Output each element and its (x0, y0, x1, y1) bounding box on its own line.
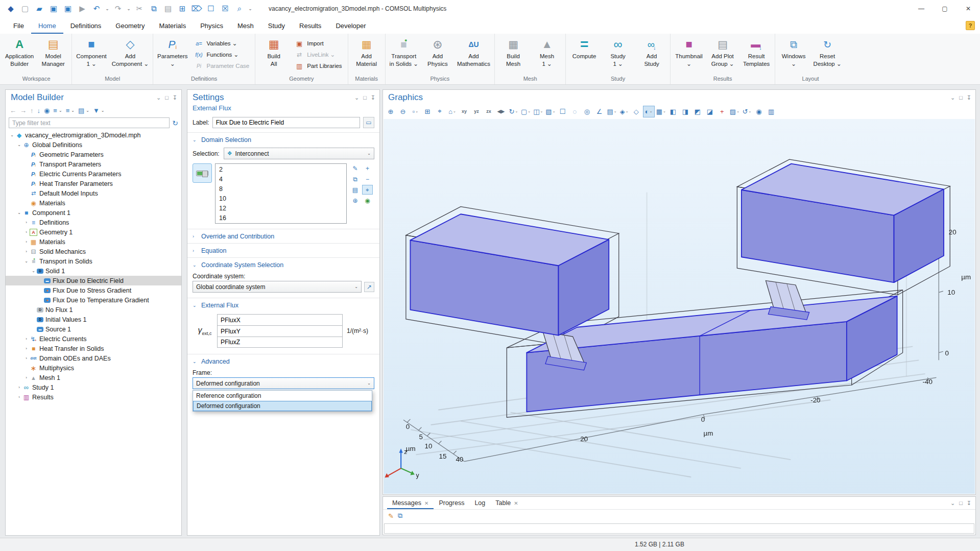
section-external-flux[interactable]: ⌄External Flux (187, 298, 379, 312)
build-mesh-button[interactable]: Build Mesh (496, 34, 530, 76)
tab-progress[interactable]: Progress (434, 497, 469, 509)
tree-item-global-definitions[interactable]: ⌄ Global Definitions (6, 140, 181, 150)
tree-expander-icon[interactable]: › (23, 249, 30, 254)
application-builder-button[interactable]: Application Builder (3, 34, 36, 76)
tab-definitions[interactable]: Definitions (63, 17, 109, 34)
tree-item-geometric-parameters[interactable]: Geometric Parameters (6, 150, 181, 159)
tree-item-flux-due-to-temperature-gradient[interactable]: Flux Due to Temperature Gradient (6, 295, 181, 305)
domain-selection-list[interactable]: 248101216 (215, 163, 347, 224)
transport-in-solids-button[interactable]: Transport in Solids ⌄ (387, 34, 421, 76)
section-domain-selection[interactable]: ⌄Domain Selection (187, 133, 379, 147)
livelink-button[interactable]: LiveLink ⌄ (295, 50, 342, 60)
add-mathematics-button[interactable]: Add Mathematics (455, 34, 493, 76)
select-box-button[interactable]: ☐ (557, 106, 569, 117)
domain-list-item[interactable]: 4 (216, 174, 346, 184)
tree-expander-icon[interactable]: ⌄ (9, 133, 15, 137)
section-coordinate-system-selection[interactable]: ⌄Coordinate System Selection (187, 258, 379, 272)
add-study-button[interactable]: Add Study (635, 34, 668, 76)
close-button[interactable]: ✕ (957, 0, 980, 17)
tree-item-initial-values-1[interactable]: Initial Values 1 (6, 315, 181, 324)
section-equation[interactable]: ›Equation (187, 244, 379, 257)
model-manager-button[interactable]: Model Manager (36, 34, 70, 76)
tree-expander-icon[interactable]: › (23, 346, 30, 351)
qat-more-button[interactable]: ⌄ (247, 2, 253, 15)
thumbnail-button[interactable]: Thumbnail ⌄ (672, 34, 706, 76)
domain-list-item[interactable]: 12 (216, 203, 346, 213)
find-button[interactable]: ⌕ (233, 2, 246, 15)
functions-button[interactable]: Functions ⌄ (194, 50, 249, 60)
pin-panel-icon[interactable]: ↧ (967, 500, 971, 507)
tree-expander-icon[interactable]: › (16, 395, 22, 399)
duplicate-button[interactable]: ⊞ (176, 2, 189, 15)
zoom-box-button[interactable]: ▫⌄ (410, 106, 421, 117)
tree-item-model-file[interactable]: ⌄ vacancy_electromigration_3Dmodel.mph (6, 130, 181, 140)
windows-button[interactable]: Windows ⌄ (777, 34, 810, 76)
transparency-button[interactable]: ◇ (631, 106, 642, 117)
plot-settings-button[interactable]: ▤⌄ (606, 106, 618, 117)
filter-icon[interactable]: ▼ (93, 107, 100, 114)
parameter-case-button[interactable]: Parameter Case (194, 61, 249, 71)
clear-selection-button[interactable]: ☒ (219, 2, 232, 15)
collapse-all-icon[interactable]: ≡ (66, 107, 70, 114)
reset-desktop-button[interactable]: Reset Desktop ⌄ (810, 34, 844, 76)
copy-selection-button[interactable]: ⧉ (350, 174, 361, 184)
clear-messages-icon[interactable]: ✎ (388, 512, 394, 520)
tree-item-electric-currents-parameters[interactable]: Electric Currents Parameters (6, 169, 181, 179)
snapshot-button[interactable]: ◉ (753, 106, 765, 117)
forward-icon[interactable]: → (20, 107, 27, 114)
zoom-out-button[interactable]: ⊖ (397, 106, 409, 117)
scene-light-button[interactable]: ◐⌄ (643, 106, 655, 117)
color-theme-button[interactable]: ▨⌄ (729, 106, 740, 117)
run-button[interactable]: ▶ (76, 2, 89, 15)
material-rendering-button[interactable]: ◈⌄ (618, 106, 630, 117)
tree-expander-icon[interactable]: › (23, 239, 30, 244)
tree-item-flux-due-to-stress-gradient[interactable]: Flux Due to Stress Gradient (6, 285, 181, 295)
tab-geometry[interactable]: Geometry (108, 17, 152, 34)
default-view-button[interactable]: ⌂⌄ (446, 106, 458, 117)
help-icon[interactable]: ? (966, 21, 975, 30)
domain-list-item[interactable]: 16 (216, 213, 346, 223)
tree-item-study-1[interactable]: › Study 1 (6, 382, 181, 392)
mesh-1-button[interactable]: Mesh 1 ⌄ (530, 34, 564, 76)
tree-item-electric-currents[interactable]: › Electric Currents (6, 334, 181, 344)
minimize-button[interactable]: — (910, 0, 933, 17)
pin-panel-icon[interactable]: ↧ (173, 94, 177, 101)
create-selection-button[interactable]: ✎ (350, 163, 361, 173)
add-plot-group-button[interactable]: Add Plot Group ⌄ (706, 34, 739, 76)
section-override-and-contribution[interactable]: ›Override and Contribution (187, 229, 379, 243)
coordinate-system-combobox[interactable]: Global coordinate system ⌄ (193, 281, 362, 293)
messages-content[interactable] (384, 523, 974, 534)
tree-item-transport-parameters[interactable]: Transport Parameters (6, 159, 181, 169)
label-field[interactable] (212, 117, 360, 128)
refresh-filter-icon[interactable]: ↻ (172, 119, 178, 127)
tree-expander-icon[interactable]: ⌄ (16, 210, 22, 215)
center-selection-button[interactable]: ⊕ (350, 196, 361, 205)
tree-item-geometry-1[interactable]: › Geometry 1 (6, 227, 181, 237)
tree-expander-icon[interactable]: › (23, 375, 30, 380)
tree-expander-icon[interactable]: ⌄ (16, 142, 22, 147)
tree-item-heat-transfer-parameters[interactable]: Heat Transfer Parameters (6, 179, 181, 188)
open-button[interactable]: ▰ (33, 2, 46, 15)
close-tab-icon[interactable]: ✕ (424, 500, 428, 506)
tree-expander-icon[interactable]: › (23, 220, 30, 225)
panel-menu-icon[interactable]: ⌄ (950, 500, 955, 507)
panel-menu-icon[interactable]: ⌄ (950, 94, 955, 101)
adjacent-select-button[interactable]: ◎ (582, 106, 593, 117)
tree-filter-input[interactable] (9, 117, 170, 128)
tree-item-materials-global[interactable]: Materials (6, 198, 181, 208)
go-to-source-icon[interactable]: ↗ (364, 282, 374, 292)
measure-button[interactable]: ∠ (594, 106, 606, 117)
flux-x-field[interactable] (217, 314, 343, 325)
tree-item-default-model-inputs[interactable]: Default Model Inputs (6, 188, 181, 198)
move-up-icon[interactable]: ↑ (30, 107, 34, 114)
lasso-select-button[interactable]: ◌ (569, 106, 581, 117)
tree-item-definitions[interactable]: › Definitions (6, 218, 181, 227)
tree-expander-icon[interactable]: › (16, 385, 22, 390)
flux-y-field[interactable] (217, 325, 343, 337)
chevron-down-icon[interactable]: ⌄ (71, 108, 75, 113)
domain-list-item[interactable]: 2 (216, 164, 346, 174)
tab-table[interactable]: Table✕ (490, 497, 523, 509)
delete-button[interactable]: ⌦ (190, 2, 203, 15)
tab-mesh[interactable]: Mesh (230, 17, 261, 34)
parameters-button[interactable]: Parameters ⌄ (155, 34, 190, 76)
